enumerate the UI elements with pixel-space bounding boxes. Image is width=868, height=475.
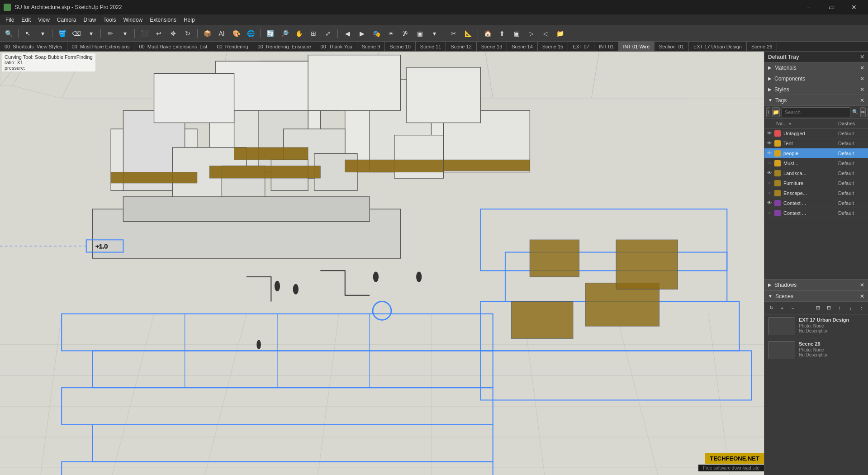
tag-row-furniture[interactable]: ○FurnitureDefault [764,178,868,188]
select-tool[interactable]: ↖ [21,27,35,40]
scene-tab-00_shortcuts_view-styles[interactable]: 00_Shortcuts_View Styles [0,42,67,52]
scene-tab-int-01[interactable]: INT 01 [594,42,619,52]
scene-tab-int-01-wire[interactable]: INT 01 Wire [619,42,655,52]
fog-toggle[interactable]: 🌫 [398,27,412,40]
scene-tab-00_must-have-extensions_list[interactable]: 00_Must Have Extensions_List [134,42,212,52]
scenes-remove-button[interactable]: − [788,303,798,313]
styles-toggle[interactable]: 🎭 [370,27,383,40]
tag-visibility-must[interactable]: ○ [764,161,774,166]
shadows-close[interactable]: ✕ [860,282,864,288]
ai-tool[interactable]: AI [215,27,228,40]
tag-visibility-enscape[interactable]: ○ [764,190,774,195]
tag-visibility-tent[interactable]: 👁 [764,141,774,146]
section-cut[interactable]: 📐 [461,27,475,40]
next-view[interactable]: ▶ [355,27,369,40]
viewport[interactable]: +1.0 Curving Tool: Soap Bubble FormFindi… [0,52,764,475]
move-tool[interactable]: ✥ [166,27,180,40]
back-view[interactable]: ◁ [539,27,552,40]
shadows-toggle[interactable]: ☀ [384,27,398,40]
previous-view[interactable]: ◀ [341,27,354,40]
display-dropdown[interactable]: ▾ [427,27,441,40]
scene-tab-00_must-have-extensions[interactable]: 00_Must Have Extensions [67,42,135,52]
scene-tab-00_thank-you[interactable]: 00_Thank You [316,42,357,52]
select-dropdown[interactable]: ▾ [36,27,49,40]
tag-row-context1[interactable]: 👁Context ...Default [764,198,868,208]
eraser-dropdown[interactable]: ▾ [84,27,98,40]
tag-color-landsca[interactable] [774,170,781,176]
scene-tab-scene-13[interactable]: Scene 13 [477,42,507,52]
tag-visibility-context2[interactable]: ○ [764,210,774,215]
menubar-item-edit[interactable]: Edit [18,16,34,24]
zoom-window[interactable]: ⊞ [307,27,320,40]
shadows-section-header[interactable]: ▶ Shadows ✕ [764,280,868,290]
line-tool[interactable]: ✏ [104,27,117,40]
orbit-tool[interactable]: 🔄 [263,27,277,40]
iso-view[interactable]: 🏠 [481,27,494,40]
menubar-item-camera[interactable]: Camera [53,16,80,24]
scenes-more-button[interactable]: ⋮ [856,303,866,313]
tag-color-tent[interactable] [774,140,781,147]
tag-row-tent[interactable]: 👁TentDefault [764,138,868,148]
line-dropdown[interactable]: ▾ [118,27,132,40]
scenes-down-button[interactable]: ↓ [845,303,855,313]
pan-tool[interactable]: ✋ [292,27,306,40]
scene-tab-00_rendering_enscape[interactable]: 00_Rendering_Enscape [253,42,316,52]
tag-visibility-context1[interactable]: 👁 [764,200,774,205]
tag-row-untagged[interactable]: 👁UntaggedDefault [764,128,868,138]
menubar-item-tools[interactable]: Tools [100,16,120,24]
zoom-tool[interactable]: 🔎 [278,27,291,40]
scenes-add-button[interactable]: + [777,303,787,313]
components-section-header[interactable]: ▶ Components ✕ [764,73,868,84]
close-button[interactable]: ✕ [844,0,864,14]
add-tag-button[interactable]: + [766,107,770,117]
scene-item-ext17[interactable]: EXT 17 Urban DesignPhoto: NoneNo Descrip… [764,314,868,338]
scene-tab-section_01[interactable]: Section_01 [655,42,689,52]
minimize-button[interactable]: – [798,0,819,14]
materials-close[interactable]: ✕ [860,65,864,71]
scene-tab-scene-26[interactable]: Scene 26 [747,42,777,52]
tags-pencil-button[interactable]: ✏ [860,107,866,117]
scene-tab-ext-17-urban-design[interactable]: EXT 17 Urban Design [689,42,747,52]
scenes-close[interactable]: ✕ [860,293,864,299]
tag-color-context2[interactable] [774,210,781,216]
scene-tab-scene-9[interactable]: Scene 9 [357,42,385,52]
offset-tool[interactable]: ↩ [152,27,166,40]
scenes-section-header[interactable]: ▼ Scenes ✕ [764,291,868,302]
tag-visibility-people[interactable]: 👁 [764,151,774,156]
tray-close-button[interactable]: ✕ [860,54,864,60]
maximize-button[interactable]: ▭ [821,0,842,14]
components-close[interactable]: ✕ [860,76,864,82]
right-view[interactable]: ▷ [524,27,538,40]
tag-row-context2[interactable]: ○Context ...Default [764,208,868,218]
tag-color-people[interactable] [774,150,781,157]
scenes-refresh-button[interactable]: ↻ [766,303,776,313]
tag-visibility-untagged[interactable]: 👁 [764,131,774,136]
scene-tab-00_rendering[interactable]: 00_Rendering [212,42,253,52]
folder-tag-button[interactable]: 📁 [772,107,780,117]
tag-visibility-furniture[interactable]: ○ [764,180,774,185]
tags-search-input[interactable] [782,107,850,117]
front-view[interactable]: ▣ [510,27,523,40]
top-view[interactable]: ⬆ [495,27,509,40]
scenes-view2-button[interactable]: ⊟ [824,303,834,313]
eraser-tool[interactable]: ⌫ [70,27,83,40]
tags-list[interactable]: 👁UntaggedDefault👁TentDefault👁peopleDefau… [764,128,868,279]
styles-section-header[interactable]: ▶ Styles ✕ [764,84,868,95]
menubar-item-draw[interactable]: Draw [80,16,100,24]
styles-close[interactable]: ✕ [860,86,864,93]
paint-tool[interactable]: 🪣 [55,27,69,40]
sandbox-tool[interactable]: 🌐 [244,27,257,40]
tags-col-name[interactable]: Na... ▼ [774,121,836,126]
tag-color-untagged[interactable] [774,130,781,137]
scene-tab-scene-12[interactable]: Scene 12 [446,42,476,52]
section-plane[interactable]: ✂ [447,27,460,40]
tag-color-context1[interactable] [774,200,781,206]
menubar-item-help[interactable]: Help [180,16,199,24]
folder-view[interactable]: 📁 [553,27,567,40]
menubar-item-view[interactable]: View [34,16,53,24]
push-pull-tool[interactable]: ⬛ [138,27,151,40]
scene-tab-scene-14[interactable]: Scene 14 [507,42,537,52]
paint-bucket-tool[interactable]: 🎨 [229,27,243,40]
tag-row-enscape[interactable]: ○Enscape...Default [764,188,868,198]
zoom-extents[interactable]: ⤢ [321,27,335,40]
